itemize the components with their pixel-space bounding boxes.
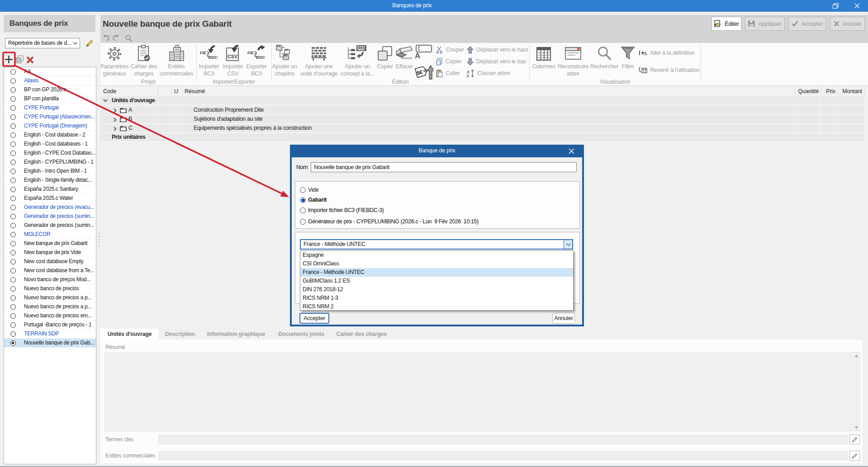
svg-text:A: A [415, 52, 420, 59]
svg-text:CSV: CSV [228, 54, 238, 59]
svg-text:FIE: FIE [247, 50, 254, 55]
svg-text:FIE: FIE [200, 50, 206, 55]
svg-text:Z: Z [467, 73, 469, 77]
